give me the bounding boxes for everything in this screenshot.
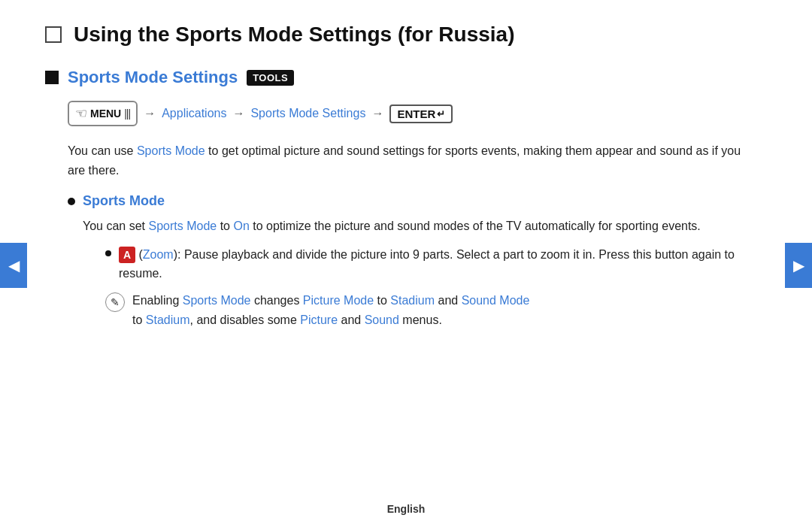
note-text-1: Enabling — [132, 294, 183, 307]
note-row: ✎ Enabling Sports Mode changes Picture M… — [105, 291, 752, 329]
enter-box: ENTER↵ — [389, 104, 453, 123]
menu-label: MENU — [90, 108, 121, 120]
note-text-3: to — [374, 294, 390, 307]
zoom-text: A (Zoom): Pause playback and divide the … — [119, 245, 752, 283]
tools-badge: TOOLS — [247, 70, 294, 86]
section-heading: Sports Mode Settings — [68, 68, 238, 87]
footer-text: English — [387, 503, 426, 515]
menu-nav-row: ☜ MENU ||| → Applications → Sports Mode … — [68, 101, 752, 126]
note-text-2: changes — [250, 294, 302, 307]
footer: English — [387, 503, 426, 515]
prev-arrow-icon: ◀ — [8, 256, 20, 274]
section-heading-row: Sports Mode Settings TOOLS — [45, 68, 752, 87]
enter-label: ENTER — [397, 108, 435, 120]
menu-bars-icon: ||| — [124, 108, 130, 120]
note-picture: Picture — [300, 313, 338, 326]
nav-sports-mode-settings: Sports Mode Settings — [250, 107, 365, 120]
body-text: You can use Sports Mode to get optimal p… — [68, 141, 752, 180]
note-text-7: and — [338, 313, 365, 326]
bullet-dot-1 — [68, 198, 75, 205]
page-title: Using the Sports Mode Settings (for Russ… — [74, 23, 514, 47]
bullet-text-1a: You can set — [83, 220, 148, 232]
bullet-item-sports-mode: Sports Mode — [68, 193, 752, 209]
note-sound-mode: Sound Mode — [462, 294, 530, 307]
bullet-sports-mode: Sports Mode — [148, 220, 217, 232]
body-text-1: You can use — [68, 144, 137, 157]
sub-bullet-section: A (Zoom): Pause playback and divide the … — [105, 245, 752, 283]
bullet-text-1c: to optimize the picture and sound modes … — [250, 220, 701, 232]
sub-bullet-zoom: A (Zoom): Pause playback and divide the … — [105, 245, 752, 283]
note-picture-mode: Picture Mode — [303, 294, 374, 307]
sports-mode-inline: Sports Mode — [137, 144, 205, 157]
zoom-text-body: : Pause playback and divide the picture … — [119, 248, 735, 280]
black-square-icon — [45, 71, 59, 84]
nav-arrow-2: → — [232, 107, 244, 120]
next-arrow-icon: ▶ — [793, 256, 804, 274]
note-text-6: , and disables some — [190, 313, 301, 326]
checkbox-icon — [45, 26, 62, 43]
bullet-text-1: You can set Sports Mode to On to optimiz… — [83, 217, 744, 236]
bullet-label-sports-mode: Sports Mode — [83, 193, 165, 209]
hand-icon: ☜ — [75, 105, 87, 122]
page-title-row: Using the Sports Mode Settings (for Russ… — [45, 23, 752, 47]
nav-arrow-1: → — [144, 107, 156, 120]
nav-applications: Applications — [162, 107, 226, 120]
note-text-4: and — [435, 294, 462, 307]
zoom-icon: A — [119, 247, 135, 263]
enter-arrow-icon: ↵ — [437, 108, 445, 120]
bullet-text-container: You can set Sports Mode to On to optimiz… — [83, 217, 752, 236]
prev-button[interactable]: ◀ — [0, 243, 27, 288]
note-text-5: to — [132, 313, 146, 326]
next-button[interactable]: ▶ — [785, 243, 812, 288]
note-stadium2: Stadium — [146, 313, 190, 326]
note-sports-mode: Sports Mode — [183, 294, 251, 307]
note-sound: Sound — [365, 313, 399, 326]
note-text: Enabling Sports Mode changes Picture Mod… — [132, 291, 529, 329]
menu-icon-box: ☜ MENU ||| — [68, 101, 138, 126]
bullet-section: Sports Mode You can set Sports Mode to O… — [68, 193, 752, 329]
note-text-8: menus. — [399, 313, 442, 326]
note-stadium1: Stadium — [390, 294, 435, 307]
sub-bullet-dot — [105, 250, 111, 256]
bullet-on: On — [233, 220, 249, 232]
pencil-icon: ✎ — [105, 292, 125, 312]
nav-arrow-3: → — [371, 107, 383, 120]
zoom-label: Zoom — [143, 248, 174, 261]
bullet-text-1b: to — [217, 220, 233, 232]
